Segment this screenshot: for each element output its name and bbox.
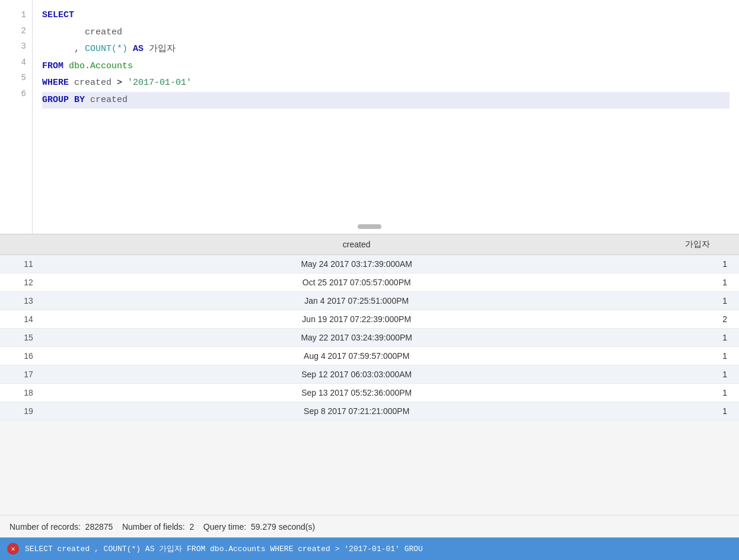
status-bar: Number of records: 282875 Number of fiel… [0,515,739,537]
column-created: created [42,24,122,42]
cell-rownum: 12 [0,273,57,292]
cell-created: Oct 25 2017 07:05:57:000PM [57,273,657,292]
table-header-row: created 가입자 [0,234,739,255]
table-row: 19Sep 8 2017 07:21:21:000PM1 [0,402,739,421]
table-name: dbo.Accounts [69,58,133,75]
function-count: COUNT(*) [85,41,128,58]
cell-created: May 22 2017 03:24:39:000PM [57,329,657,347]
col-header-rownum [0,234,57,255]
cell-created: Jan 4 2017 07:25:51:000PM [57,292,657,310]
code-line-4: FROM dbo.Accounts [42,58,730,75]
cell-count: 1 [657,347,739,365]
code-area[interactable]: SELECT created , COUNT(*) AS 가입자 FROM db… [33,0,739,234]
cell-created: Sep 8 2017 07:21:21:000PM [57,402,657,421]
cell-count: 1 [657,273,739,292]
keyword-where: WHERE [42,75,74,92]
cell-count: 1 [657,402,739,421]
line-numbers: 1 2 3 4 5 6 [0,0,33,234]
query-bar-text: SELECT created , COUNT(*) AS 가입자 FROM db… [25,543,423,554]
cell-created: May 24 2017 03:17:39:000AM [57,255,657,273]
records-info: Number of records: 282875 Number of fiel… [9,522,315,532]
keyword-from: FROM [42,58,69,75]
cell-rownum: 13 [0,292,57,310]
operator: > [112,75,128,92]
alias-gabja: 가입자 [149,41,176,58]
line-number-2: 2 [21,23,26,39]
keyword-select: SELECT [42,7,74,24]
group-column: created [90,92,128,109]
cell-count: 1 [657,329,739,347]
cell-created: Sep 13 2017 05:52:36:000PM [57,384,657,402]
cell-created: Aug 4 2017 07:59:57:000PM [57,347,657,365]
close-query-button[interactable]: ✕ [7,543,19,555]
line-number-1: 1 [21,7,26,23]
table-row: 16Aug 4 2017 07:59:57:000PM1 [0,347,739,365]
results-area[interactable]: created 가입자 11May 24 2017 03:17:39:000AM… [0,234,739,515]
cell-count: 1 [657,365,739,384]
cell-created: Jun 19 2017 07:22:39:000PM [57,310,657,329]
results-tbody: 11May 24 2017 03:17:39:000AM112Oct 25 20… [0,255,739,421]
code-line-5: WHERE created > '2017-01-01' [42,75,730,92]
scroll-indicator [358,224,381,229]
code-line-6: GROUP BY created [42,92,730,109]
cell-count: 1 [657,384,739,402]
query-bar: ✕ SELECT created , COUNT(*) AS 가입자 FROM … [0,537,739,560]
code-line-2: created [42,24,730,42]
col-header-count[interactable]: 가입자 [657,234,739,255]
table-row: 15May 22 2017 03:24:39:000PM1 [0,329,739,347]
results-table: created 가입자 11May 24 2017 03:17:39:000AM… [0,234,739,421]
code-line-3: , COUNT(*) AS 가입자 [42,41,730,58]
code-line-1: SELECT [42,7,730,24]
keyword-as: AS [128,41,149,58]
cell-count: 2 [657,310,739,329]
line-number-4: 4 [21,55,26,71]
cell-created: Sep 12 2017 06:03:03:000AM [57,365,657,384]
cell-rownum: 18 [0,384,57,402]
cell-rownum: 15 [0,329,57,347]
line-number-3: 3 [21,39,26,55]
table-row: 12Oct 25 2017 07:05:57:000PM1 [0,273,739,292]
cell-rownum: 17 [0,365,57,384]
col-header-created[interactable]: created [57,234,657,255]
date-string: '2017-01-01' [128,75,192,92]
line-number-5: 5 [21,70,26,86]
comma: , [42,41,85,58]
table-row: 14Jun 19 2017 07:22:39:000PM2 [0,310,739,329]
keyword-group-by: GROUP BY [42,92,90,109]
cell-count: 1 [657,292,739,310]
cell-rownum: 14 [0,310,57,329]
where-column: created [74,75,112,92]
table-row: 17Sep 12 2017 06:03:03:000AM1 [0,365,739,384]
line-number-6: 6 [21,86,26,102]
cell-rownum: 16 [0,347,57,365]
table-row: 18Sep 13 2017 05:52:36:000PM1 [0,384,739,402]
cell-rownum: 19 [0,402,57,421]
cell-count: 1 [657,255,739,273]
main-layout: 1 2 3 4 5 6 SELECT created , COUNT(*) AS… [0,0,739,560]
table-row: 13Jan 4 2017 07:25:51:000PM1 [0,292,739,310]
sql-editor[interactable]: 1 2 3 4 5 6 SELECT created , COUNT(*) AS… [0,0,739,234]
table-row: 11May 24 2017 03:17:39:000AM1 [0,255,739,273]
cell-rownum: 11 [0,255,57,273]
